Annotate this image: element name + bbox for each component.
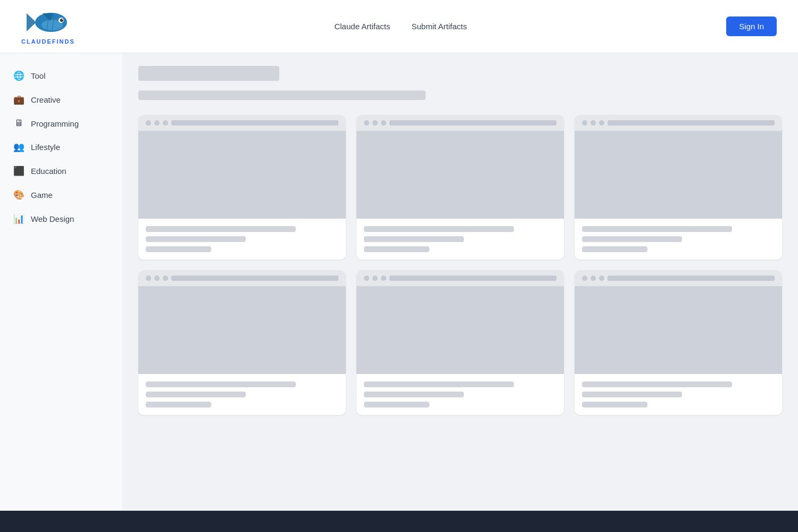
web-design-icon: 📊	[13, 213, 24, 225]
card-1-image	[138, 131, 346, 219]
card-header-bar	[608, 276, 775, 281]
page-title-skeleton	[138, 66, 279, 81]
layout: 🌐 Tool 💼 Creative 🖥 Programming 👥 Lifest…	[0, 53, 798, 511]
sidebar-item-education[interactable]: ⬛ Education	[0, 159, 122, 183]
card-2-image	[356, 131, 564, 219]
education-icon: ⬛	[13, 165, 24, 177]
card-1-body	[138, 219, 346, 260]
svg-point-5	[60, 19, 63, 22]
dot-icon	[364, 120, 369, 126]
page-subtitle-skeleton	[138, 90, 426, 100]
card-5[interactable]	[356, 270, 564, 415]
skeleton-line	[146, 381, 296, 387]
dot-icon	[146, 276, 151, 281]
sign-in-button[interactable]: Sign In	[726, 16, 777, 36]
card-4-image	[138, 286, 346, 374]
skeleton-line	[582, 392, 682, 397]
card-5-image	[356, 286, 564, 374]
sidebar-item-programming[interactable]: 🖥 Programming	[0, 112, 122, 135]
svg-marker-0	[27, 13, 36, 31]
card-3-image	[575, 131, 782, 219]
skeleton-line	[582, 226, 732, 232]
sidebar-item-tool-label: Tool	[31, 71, 46, 80]
sidebar-item-creative[interactable]: 💼 Creative	[0, 88, 122, 112]
card-3-body	[575, 219, 782, 260]
skeleton-line	[146, 392, 246, 397]
dot-icon	[381, 276, 386, 281]
card-header-bar	[171, 276, 338, 281]
skeleton-line	[582, 236, 682, 242]
card-3[interactable]	[575, 115, 782, 260]
skeleton-line	[146, 246, 211, 252]
dot-icon	[381, 120, 386, 126]
dot-icon	[146, 120, 151, 126]
card-header-bar	[171, 120, 338, 126]
dot-icon	[154, 120, 160, 126]
skeleton-line	[146, 402, 211, 408]
dot-icon	[163, 276, 168, 281]
sidebar-item-web-design[interactable]: 📊 Web Design	[0, 207, 122, 231]
sidebar-item-game[interactable]: 🎨 Game	[0, 183, 122, 207]
skeleton-line	[364, 246, 429, 252]
dot-icon	[591, 276, 596, 281]
card-1-header	[138, 115, 346, 131]
logo-text: CLAUDEFINDS	[21, 38, 75, 45]
logo: CLAUDEFINDS	[21, 8, 75, 45]
skeleton-line	[364, 226, 514, 232]
card-5-header	[356, 270, 564, 286]
card-2-header	[356, 115, 564, 131]
skeleton-line	[146, 226, 296, 232]
nav: Claude Artifacts Submit Artifacts	[334, 22, 467, 31]
sidebar-item-game-label: Game	[31, 190, 53, 200]
nav-claude-artifacts[interactable]: Claude Artifacts	[334, 22, 390, 31]
creative-icon: 💼	[13, 94, 24, 105]
sidebar-item-education-label: Education	[31, 167, 66, 176]
main-content	[122, 53, 798, 511]
dot-icon	[582, 276, 587, 281]
dot-icon	[599, 276, 604, 281]
card-5-body	[356, 374, 564, 415]
sidebar-item-creative-label: Creative	[31, 95, 61, 104]
dot-icon	[364, 276, 369, 281]
dot-icon	[372, 276, 378, 281]
svg-point-6	[62, 19, 63, 20]
skeleton-line	[582, 381, 732, 387]
card-4[interactable]	[138, 270, 346, 415]
skeleton-line	[582, 246, 647, 252]
sidebar-item-web-design-label: Web Design	[31, 214, 74, 223]
card-3-header	[575, 115, 782, 131]
lifestyle-icon: 👥	[13, 142, 24, 153]
card-6[interactable]	[575, 270, 782, 415]
sidebar-item-lifestyle-label: Lifestyle	[31, 143, 60, 152]
dot-icon	[154, 276, 160, 281]
card-4-header	[138, 270, 346, 286]
card-4-body	[138, 374, 346, 415]
card-2[interactable]	[356, 115, 564, 260]
card-2-body	[356, 219, 564, 260]
skeleton-line	[364, 392, 464, 397]
skeleton-line	[364, 381, 514, 387]
skeleton-line	[582, 402, 647, 408]
game-icon: 🎨	[13, 189, 24, 201]
sidebar-item-lifestyle[interactable]: 👥 Lifestyle	[0, 135, 122, 159]
skeleton-line	[364, 402, 429, 408]
card-1[interactable]	[138, 115, 346, 260]
dot-icon	[372, 120, 378, 126]
logo-fish-icon	[27, 8, 69, 37]
sidebar: 🌐 Tool 💼 Creative 🖥 Programming 👥 Lifest…	[0, 53, 122, 511]
card-6-image	[575, 286, 782, 374]
header: CLAUDEFINDS Claude Artifacts Submit Arti…	[0, 0, 798, 53]
dot-icon	[582, 120, 587, 126]
dot-icon	[591, 120, 596, 126]
card-6-header	[575, 270, 782, 286]
sidebar-item-tool[interactable]: 🌐 Tool	[0, 64, 122, 88]
nav-submit-artifacts[interactable]: Submit Artifacts	[412, 22, 467, 31]
skeleton-line	[146, 236, 246, 242]
card-header-bar	[389, 276, 556, 281]
programming-icon: 🖥	[13, 118, 24, 129]
tool-icon: 🌐	[13, 70, 24, 81]
skeleton-line	[364, 236, 464, 242]
footer	[0, 511, 798, 532]
card-header-bar	[389, 120, 556, 126]
sidebar-item-programming-label: Programming	[31, 119, 79, 128]
